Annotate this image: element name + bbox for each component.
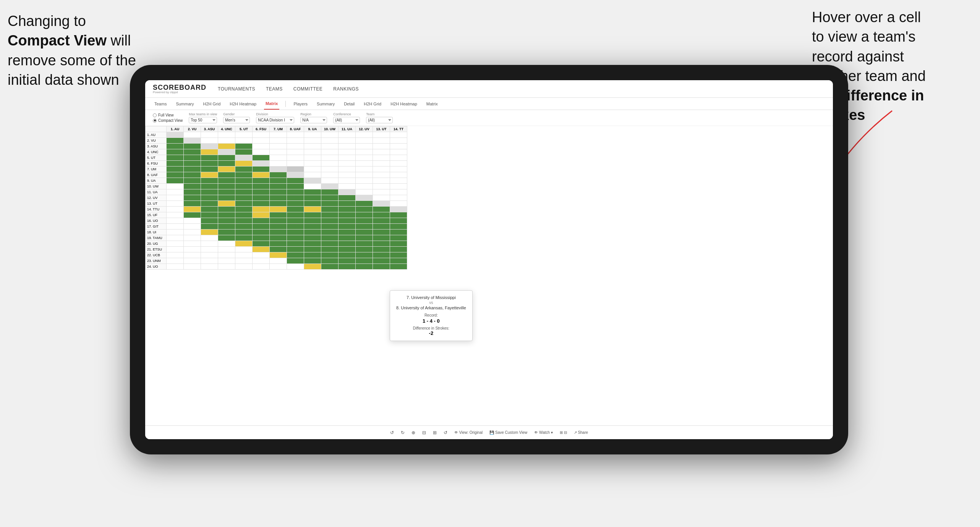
matrix-cell[interactable]	[373, 207, 390, 212]
matrix-cell[interactable]	[373, 149, 390, 155]
matrix-cell[interactable]	[321, 241, 339, 247]
matrix-cell[interactable]	[287, 235, 304, 241]
matrix-cell[interactable]	[235, 195, 253, 201]
matrix-cell[interactable]	[253, 235, 270, 241]
matrix-cell[interactable]	[287, 247, 304, 252]
matrix-cell[interactable]	[287, 258, 304, 264]
matrix-cell[interactable]	[184, 224, 201, 230]
division-select[interactable]: NCAA Division I	[256, 117, 294, 123]
matrix-cell[interactable]	[373, 247, 390, 252]
subnav-players[interactable]: Players	[292, 98, 309, 110]
matrix-cell[interactable]	[304, 172, 321, 178]
matrix-cell[interactable]	[339, 161, 356, 167]
matrix-cell[interactable]	[304, 224, 321, 230]
matrix-cell[interactable]	[167, 172, 184, 178]
matrix-cell[interactable]	[167, 247, 184, 252]
matrix-cell[interactable]	[321, 184, 339, 189]
matrix-cell[interactable]	[270, 195, 287, 201]
matrix-cell[interactable]	[218, 264, 235, 270]
matrix-cell[interactable]	[287, 224, 304, 230]
matrix-cell[interactable]	[390, 184, 407, 189]
matrix-cell[interactable]	[201, 212, 218, 218]
matrix-cell[interactable]	[304, 235, 321, 241]
toolbar-grid[interactable]: ⊞	[433, 430, 437, 435]
matrix-cell[interactable]	[184, 189, 201, 195]
matrix-cell[interactable]	[390, 149, 407, 155]
matrix-cell[interactable]	[304, 161, 321, 167]
matrix-cell[interactable]	[287, 149, 304, 155]
matrix-cell[interactable]	[356, 149, 373, 155]
matrix-cell[interactable]	[201, 224, 218, 230]
subnav-matrix-left[interactable]: Matrix	[264, 98, 279, 110]
matrix-cell[interactable]	[167, 264, 184, 270]
matrix-cell[interactable]	[390, 138, 407, 144]
matrix-cell[interactable]	[235, 230, 253, 235]
matrix-cell[interactable]	[167, 224, 184, 230]
matrix-cell[interactable]	[304, 252, 321, 258]
matrix-cell[interactable]	[201, 184, 218, 189]
matrix-cell[interactable]	[201, 235, 218, 241]
matrix-cell[interactable]	[167, 189, 184, 195]
matrix-cell[interactable]	[253, 195, 270, 201]
subnav-teams[interactable]: Teams	[153, 98, 168, 110]
matrix-cell[interactable]	[390, 144, 407, 149]
matrix-cell[interactable]	[339, 189, 356, 195]
matrix-cell[interactable]	[390, 241, 407, 247]
matrix-cell[interactable]	[339, 218, 356, 224]
max-teams-select[interactable]: Top 50	[189, 117, 217, 123]
nav-teams[interactable]: TEAMS	[266, 86, 283, 92]
matrix-cell[interactable]	[235, 144, 253, 149]
matrix-cell[interactable]	[373, 212, 390, 218]
nav-tournaments[interactable]: TOURNAMENTS	[218, 86, 255, 92]
matrix-cell[interactable]	[218, 201, 235, 207]
matrix-cell[interactable]	[373, 252, 390, 258]
matrix-cell[interactable]	[184, 161, 201, 167]
matrix-cell[interactable]	[321, 264, 339, 270]
matrix-cell[interactable]	[339, 184, 356, 189]
matrix-cell[interactable]	[235, 264, 253, 270]
toolbar-watch[interactable]: 👁 Watch ▾	[534, 430, 553, 435]
matrix-cell[interactable]	[339, 138, 356, 144]
matrix-cell[interactable]	[304, 149, 321, 155]
matrix-cell[interactable]	[270, 247, 287, 252]
matrix-cell[interactable]	[321, 172, 339, 178]
matrix-cell[interactable]	[270, 138, 287, 144]
matrix-cell[interactable]	[218, 144, 235, 149]
matrix-cell[interactable]	[270, 178, 287, 184]
matrix-cell[interactable]	[270, 132, 287, 138]
matrix-cell[interactable]	[235, 149, 253, 155]
matrix-cell[interactable]	[287, 207, 304, 212]
matrix-cell[interactable]	[167, 218, 184, 224]
matrix-cell[interactable]	[287, 172, 304, 178]
matrix-cell[interactable]	[218, 138, 235, 144]
matrix-cell[interactable]	[339, 178, 356, 184]
matrix-cell[interactable]	[184, 252, 201, 258]
matrix-cell[interactable]	[356, 230, 373, 235]
matrix-cell[interactable]	[373, 195, 390, 201]
matrix-cell[interactable]	[304, 167, 321, 172]
matrix-cell[interactable]	[167, 167, 184, 172]
matrix-cell[interactable]	[321, 155, 339, 161]
matrix-cell[interactable]	[321, 212, 339, 218]
matrix-cell[interactable]	[253, 138, 270, 144]
matrix-wrapper[interactable]: 1. AU 2. VU 3. ASU 4. UNC 5. UT 6. FSU 7…	[145, 126, 833, 425]
matrix-cell[interactable]	[201, 155, 218, 161]
matrix-cell[interactable]	[321, 149, 339, 155]
matrix-cell[interactable]	[339, 172, 356, 178]
matrix-cell[interactable]	[321, 235, 339, 241]
matrix-cell[interactable]	[356, 207, 373, 212]
matrix-cell[interactable]	[253, 167, 270, 172]
matrix-cell[interactable]	[235, 252, 253, 258]
matrix-cell[interactable]	[356, 172, 373, 178]
matrix-cell[interactable]	[339, 264, 356, 270]
matrix-cell[interactable]	[356, 264, 373, 270]
matrix-cell[interactable]	[270, 155, 287, 161]
matrix-cell[interactable]	[356, 138, 373, 144]
matrix-cell[interactable]	[321, 189, 339, 195]
matrix-cell[interactable]	[339, 132, 356, 138]
matrix-cell[interactable]	[390, 195, 407, 201]
matrix-cell[interactable]	[356, 258, 373, 264]
matrix-cell[interactable]	[201, 201, 218, 207]
subnav-h2h-heatmap-right[interactable]: H2H Heatmap	[389, 98, 419, 110]
matrix-cell[interactable]	[321, 218, 339, 224]
